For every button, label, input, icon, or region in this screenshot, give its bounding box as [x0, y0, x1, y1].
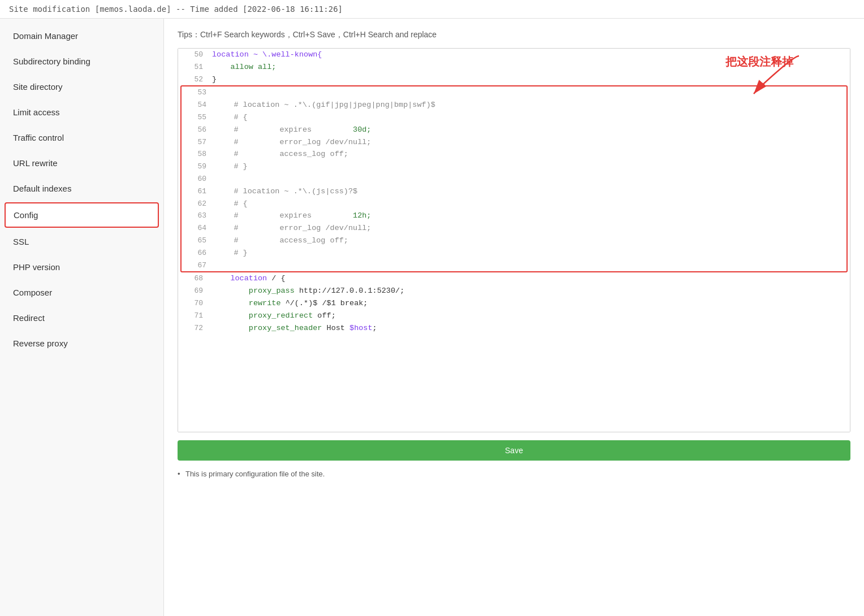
code-line-61: 61 # location ~ .*\.(js|css)?$ [182, 185, 846, 198]
editor-wrapper: 把这段注释掉 [178, 48, 850, 432]
code-line-52: 52 } [178, 73, 850, 86]
code-line-71: 71 proxy_redirect off; [178, 310, 850, 322]
sidebar-item-default-indexes[interactable]: Default indexes [0, 176, 163, 201]
code-line-60: 60 [182, 173, 846, 185]
sidebar-item-php-version[interactable]: PHP version [0, 254, 163, 280]
highlighted-section: 53 54 # location ~ .*\.(gif|jpg|jpeg|png… [180, 85, 848, 272]
content-area: Tips：Ctrl+F Search keywords，Ctrl+S Save，… [164, 19, 864, 616]
sidebar-item-site-directory[interactable]: Site directory [0, 74, 163, 99]
sidebar-item-redirect[interactable]: Redirect [0, 305, 163, 331]
main-layout: Domain ManagerSubdirectory bindingSite d… [0, 19, 864, 616]
sidebar-item-composer[interactable]: Composer [0, 280, 163, 305]
sidebar: Domain ManagerSubdirectory bindingSite d… [0, 19, 164, 616]
sidebar-item-config[interactable]: Config [5, 202, 159, 228]
code-line-62: 62 # { [182, 198, 846, 210]
code-line-68: 68 location / { [178, 272, 850, 285]
footer-note: • This is primary configuration file of … [178, 470, 850, 478]
code-line-63: 63 # expires 12h; [182, 210, 846, 222]
code-line-51: 51 allow all; [178, 61, 850, 73]
code-line-58: 58 # access_log off; [182, 148, 846, 160]
code-line-56: 56 # expires 30d; [182, 124, 846, 136]
page-container: Site modification [memos.laoda.de] -- Ti… [0, 0, 864, 616]
sidebar-item-traffic-control[interactable]: Traffic control [0, 125, 163, 150]
code-line-65: 65 # access_log off; [182, 235, 846, 247]
code-editor-scroll[interactable]: 50 location ~ \.well-known{ 51 allow all… [178, 49, 850, 432]
code-line-54: 54 # location ~ .*\.(gif|jpg|jpeg|png|bm… [182, 99, 846, 111]
code-editor[interactable]: 50 location ~ \.well-known{ 51 allow all… [178, 49, 850, 334]
code-line-50: 50 location ~ \.well-known{ [178, 49, 850, 61]
sidebar-item-reverse-proxy[interactable]: Reverse proxy [0, 331, 163, 356]
sidebar-item-url-rewrite[interactable]: URL rewrite [0, 150, 163, 176]
code-line-53: 53 [182, 86, 846, 99]
code-line-66: 66 # } [182, 247, 846, 259]
sidebar-item-domain-manager[interactable]: Domain Manager [0, 23, 163, 49]
page-title: Site modification [memos.laoda.de] -- Ti… [9, 5, 343, 14]
sidebar-item-ssl[interactable]: SSL [0, 229, 163, 254]
save-button[interactable]: Save [178, 440, 850, 461]
sidebar-item-subdirectory-binding[interactable]: Subdirectory binding [0, 49, 163, 74]
code-line-57: 57 # error_log /dev/null; [182, 136, 846, 149]
title-bar: Site modification [memos.laoda.de] -- Ti… [0, 0, 864, 19]
tips-bar: Tips：Ctrl+F Search keywords，Ctrl+S Save，… [178, 28, 850, 42]
code-line-67: 67 [182, 259, 846, 272]
sidebar-item-limit-access[interactable]: Limit access [0, 99, 163, 125]
code-line-70: 70 rewrite ^/(.*)$ /$1 break; [178, 297, 850, 310]
tips-text: Tips：Ctrl+F Search keywords，Ctrl+S Save，… [178, 30, 437, 39]
code-line-55: 55 # { [182, 111, 846, 124]
code-line-64: 64 # error_log /dev/null; [182, 222, 846, 235]
code-line-69: 69 proxy_pass http://127.0.0.1:5230/; [178, 285, 850, 297]
code-line-72: 72 proxy_set_header Host $host; [178, 322, 850, 335]
code-line-59: 59 # } [182, 160, 846, 173]
